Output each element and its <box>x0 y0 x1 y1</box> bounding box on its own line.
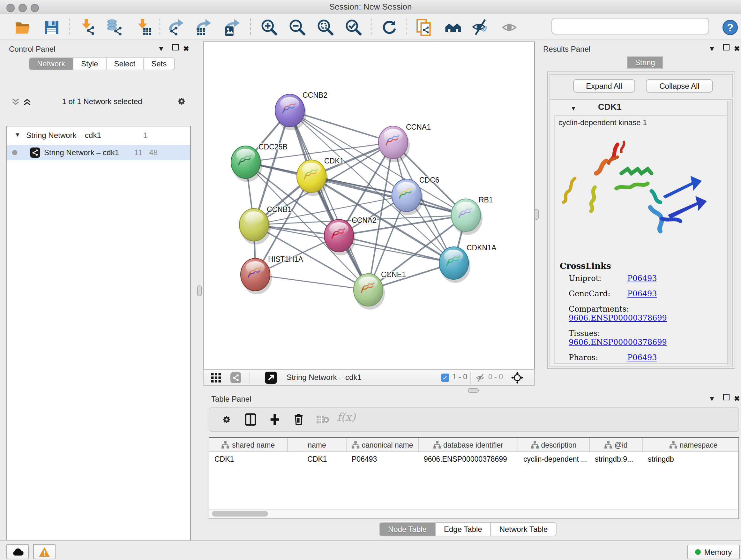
column-header-sharedname[interactable]: shared name <box>209 438 288 451</box>
crosslink-link[interactable]: P06493 <box>627 353 657 362</box>
network-canvas[interactable]: CCNB2 CCNA1 CDC25B CDK1 CDC6 RB1 CCNB1 C… <box>203 42 535 370</box>
cytoscape-window: Session: New Session ? Control Panel ▼ <box>0 0 741 560</box>
network-row-selected[interactable]: String Network – cdk1 11 48 <box>7 145 190 160</box>
detach-view-icon[interactable] <box>265 372 277 384</box>
crosslink-link[interactable]: P06493 <box>627 289 657 298</box>
save-session-button[interactable] <box>42 18 61 37</box>
cell-id[interactable]: stringdb:9... <box>590 452 643 466</box>
tab-node-table[interactable]: Node Table <box>379 522 435 537</box>
column-header-canonicalname[interactable]: canonical name <box>347 438 419 451</box>
zoom-selected-button[interactable] <box>344 18 363 37</box>
hide-selected-button[interactable] <box>471 18 490 37</box>
column-header-namespace[interactable]: namespace <box>643 438 741 451</box>
cloud-icon <box>12 548 23 556</box>
tab-sets[interactable]: Sets <box>144 57 175 70</box>
crosslink-link[interactable]: 9606.ENSP00000378699 <box>569 338 667 347</box>
node-CCNA1[interactable]: CCNA1 <box>379 123 431 162</box>
table-panel-float-icon[interactable] <box>723 394 730 400</box>
automation-cloud-button[interactable] <box>6 544 29 559</box>
import-network-from-database-button[interactable] <box>105 18 124 37</box>
search-input[interactable] <box>551 18 709 35</box>
column-header-databaseidentifier[interactable]: database identifier <box>419 438 518 451</box>
tab-string[interactable]: String <box>627 56 664 69</box>
table-panel-close-icon[interactable]: ✖ <box>734 395 740 403</box>
add-column-icon[interactable] <box>269 413 281 426</box>
tab-network[interactable]: Network <box>29 57 73 70</box>
grid-view-icon[interactable] <box>211 373 221 382</box>
cell-sharedname[interactable]: CDK1 <box>209 452 288 466</box>
node-label-CCNA1: CCNA1 <box>406 123 431 131</box>
network-collection-row[interactable]: ▼ String Network – cdk1 1 <box>7 130 190 145</box>
crosslink-label: Uniprot: <box>569 274 627 283</box>
edge-HIST1H1A-CCNE1[interactable] <box>255 274 368 290</box>
results-panel-close-icon[interactable]: ✖ <box>734 45 740 53</box>
table-h-scrollbar[interactable] <box>209 509 737 518</box>
table-settings-gear-icon[interactable] <box>221 414 232 425</box>
show-columns-icon[interactable] <box>245 413 257 426</box>
tab-select[interactable]: Select <box>106 57 144 70</box>
node-CCNA2[interactable]: CCNA2 <box>324 216 377 255</box>
results-panel-float-icon[interactable] <box>723 44 730 51</box>
network-graph[interactable]: CCNB2 CCNA1 CDC25B CDK1 CDC6 RB1 CCNB1 C… <box>204 42 534 369</box>
apply-layout-button[interactable] <box>380 18 399 37</box>
export-table-button[interactable] <box>195 18 214 37</box>
show-all-button[interactable] <box>500 18 519 37</box>
export-image-button[interactable] <box>223 18 243 37</box>
delete-column-icon[interactable] <box>293 413 305 426</box>
results-panel-menu-icon[interactable]: ▼ <box>709 45 716 52</box>
table-row[interactable]: CDK1CDK1P064939606.ENSP00000378699cyclin… <box>209 452 738 466</box>
collapse-all-icon[interactable] <box>11 98 20 106</box>
crosslink-row: Compartments:9606.ENSP00000378699 <box>569 305 722 322</box>
network-node-count: 11 <box>130 148 142 157</box>
collapse-all-button[interactable]: Collapse All <box>646 79 713 92</box>
edge-CCNA2-CDKN1A[interactable] <box>339 236 454 263</box>
network-options-gear-icon[interactable] <box>176 96 187 107</box>
node-HIST1H1A[interactable]: HIST1H1A <box>241 255 304 294</box>
import-table-from-file-button[interactable] <box>134 18 153 37</box>
new-network-from-selection-button[interactable] <box>415 18 434 37</box>
cell-databaseidentifier[interactable]: 9606.ENSP00000378699 <box>419 452 518 466</box>
cell-namespace[interactable]: stringdb <box>643 452 741 466</box>
expand-all-icon[interactable] <box>23 98 31 106</box>
zoom-fit-button[interactable] <box>316 18 335 37</box>
selected-checkbox[interactable]: ✓ <box>441 374 449 382</box>
tab-style[interactable]: Style <box>73 57 106 70</box>
table-h-scrollbar-thumb[interactable] <box>212 511 268 516</box>
first-neighbors-button[interactable] <box>444 18 463 37</box>
network-view-icon[interactable] <box>230 372 241 383</box>
birdseye-crosshair-icon[interactable] <box>511 372 523 384</box>
zoom-in-button[interactable] <box>260 18 279 37</box>
collection-expand-icon[interactable]: ▼ <box>15 132 20 138</box>
node-label-CDC6: CDC6 <box>419 176 440 184</box>
tab-network-table[interactable]: Network Table <box>491 522 557 537</box>
control-panel-float-icon[interactable] <box>172 44 179 51</box>
open-file-button[interactable] <box>13 18 32 37</box>
results-scrollbar[interactable] <box>727 101 731 365</box>
control-panel-close-icon[interactable]: ✖ <box>183 45 189 53</box>
crosslink-link[interactable]: P06493 <box>627 274 657 283</box>
left-splitter-handle[interactable] <box>197 286 202 296</box>
zoom-out-button[interactable] <box>288 18 307 37</box>
node-CCNE1[interactable]: CCNE1 <box>354 270 406 310</box>
column-header-name[interactable]: name <box>288 438 347 451</box>
node-RB1[interactable]: RB1 <box>451 196 493 235</box>
node-CDKN1A[interactable]: CDKN1A <box>439 244 496 283</box>
control-panel-menu-icon[interactable]: ▼ <box>158 45 165 52</box>
column-header-id[interactable]: @id <box>590 438 643 451</box>
memory-button[interactable]: Memory <box>687 545 740 559</box>
warnings-button[interactable] <box>33 544 56 559</box>
cell-description[interactable]: cyclin-dependent ... <box>518 452 590 466</box>
gene-collapse-icon[interactable]: ▼ <box>570 105 576 112</box>
expand-all-button[interactable]: Expand All <box>573 79 635 92</box>
node-CCNB2[interactable]: CCNB2 <box>275 91 327 130</box>
table-panel-menu-icon[interactable]: ▼ <box>709 395 716 402</box>
column-header-description[interactable]: description <box>518 438 590 451</box>
crosslink-link[interactable]: 9606.ENSP00000378699 <box>569 314 667 322</box>
cell-name[interactable]: CDK1 <box>288 452 347 466</box>
export-network-button[interactable] <box>167 18 186 37</box>
tab-edge-table[interactable]: Edge Table <box>435 522 491 537</box>
main-toolbar: ? <box>0 14 741 40</box>
cell-canonicalname[interactable]: P06493 <box>347 452 419 466</box>
import-network-from-file-button[interactable] <box>78 18 97 37</box>
help-button[interactable]: ? <box>721 18 740 37</box>
